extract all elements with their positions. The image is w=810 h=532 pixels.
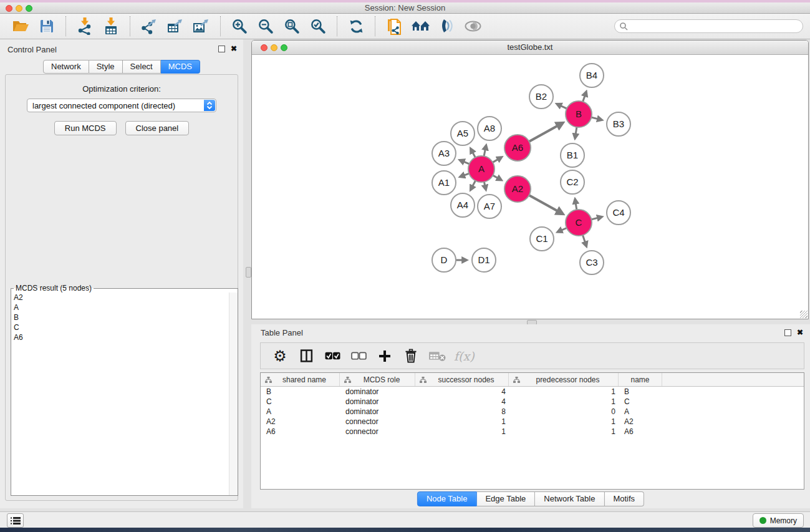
node-C[interactable]: C [566,210,592,236]
edge-B-B1[interactable] [575,127,577,138]
edge-A-A5[interactable] [471,149,475,158]
import-table-button[interactable] [101,16,121,36]
run-mcds-button[interactable]: Run MCDS [54,121,117,135]
edge-B-B3[interactable] [591,117,601,120]
tab-edge-table[interactable]: Edge Table [476,491,535,506]
deselect-all-button[interactable] [349,347,368,365]
mcds-result-scrollbar[interactable] [229,293,238,495]
search-input[interactable] [630,21,803,32]
edge-A-A4[interactable] [471,181,476,190]
node-B1[interactable]: B1 [561,143,584,167]
edge-A-A2[interactable] [493,175,501,180]
edge-B-B4[interactable] [583,92,586,102]
mcds-result-item[interactable]: A2 [14,293,238,302]
node-A5[interactable]: A5 [451,122,475,145]
tab-mcds[interactable]: MCDS [161,60,200,74]
show-column-button[interactable] [297,347,316,365]
close-panel-button[interactable]: Close panel [125,121,190,135]
mcds-result-item[interactable]: A [14,302,238,312]
zoom-fit-button[interactable] [282,16,302,36]
tab-select[interactable]: Select [123,60,161,74]
column-header-MCDS-role[interactable]: MCDS role [340,373,415,386]
column-header-successor-nodes[interactable]: successor nodes [415,373,509,386]
mcds-result-item[interactable]: B [14,312,238,322]
edge-A-A6[interactable] [493,157,501,162]
table-row[interactable]: A2connector11A2 [261,417,804,427]
node-A2[interactable]: A2 [504,176,531,202]
network-window-titlebar[interactable]: testGlobe.txt [252,41,808,55]
network-graph[interactable]: AA1A2A3A4A5A6A7A8BB1B2B3B4CC1C2C3C4DD1 [252,55,808,319]
memory-button[interactable]: Memory [753,513,804,528]
table-row[interactable]: Bdominator41B [261,387,804,397]
edge-A-A8[interactable] [484,146,486,157]
column-header-predecessor-nodes[interactable]: predecessor nodes [509,373,619,386]
hide-details-button[interactable] [436,16,456,36]
delete-column-button[interactable] [402,347,420,365]
create-column-button[interactable] [375,347,394,365]
window-resize-grip[interactable] [800,311,808,318]
task-history-button[interactable] [7,513,24,528]
edge-A-A1[interactable] [460,173,469,177]
column-header-name[interactable]: name [619,373,662,386]
node-B4[interactable]: B4 [580,64,604,87]
refresh-layout-button[interactable] [346,16,366,36]
table-float-panel-icon[interactable] [784,329,791,336]
node-C3[interactable]: C3 [580,251,604,274]
node-B3[interactable]: B3 [607,112,630,136]
node-A7[interactable]: A7 [478,195,501,218]
table-settings-button[interactable]: ⚙ [271,347,289,365]
export-image-button[interactable] [191,16,211,36]
tab-style[interactable]: Style [89,60,123,74]
edge-C-C4[interactable] [591,217,601,220]
open-session-button[interactable] [11,16,31,36]
edge-A2-C[interactable] [529,195,562,213]
node-C4[interactable]: C4 [607,201,630,225]
node-A1[interactable]: A1 [432,171,456,195]
column-header-shared-name[interactable]: shared name [261,373,340,386]
float-panel-icon[interactable] [218,46,225,52]
table-row[interactable]: Cdominator41C [261,397,804,407]
node-A[interactable]: A [468,156,494,182]
tab-network[interactable]: Network [43,60,89,74]
node-D[interactable]: D [432,248,456,272]
import-network-button[interactable] [75,16,95,36]
node-table[interactable]: shared nameMCDS rolesuccessor nodesprede… [260,372,804,490]
criterion-select[interactable]: largest connected component (directed) [27,99,216,112]
panel-divider-grip-vertical[interactable] [246,267,251,278]
network-canvas[interactable]: AA1A2A3A4A5A6A7A8BB1B2B3B4CC1C2C3C4DD1 [252,55,808,319]
table-row[interactable]: A6connector11A6 [261,427,804,437]
edge-C-C2[interactable] [575,200,577,210]
node-C1[interactable]: C1 [530,227,554,251]
close-panel-icon[interactable]: ✖ [231,45,237,52]
node-B2[interactable]: B2 [529,85,553,109]
zoom-selected-button[interactable] [308,16,328,36]
node-A4[interactable]: A4 [451,193,475,217]
select-all-button[interactable] [323,347,342,365]
zoom-in-button[interactable] [229,16,249,36]
tab-network-table[interactable]: Network Table [535,491,604,506]
edge-A-A7[interactable] [484,182,486,190]
node-A3[interactable]: A3 [432,142,456,165]
node-A8[interactable]: A8 [478,117,501,140]
tab-motifs[interactable]: Motifs [604,491,644,506]
node-D1[interactable]: D1 [472,248,496,272]
zoom-out-button[interactable] [256,16,276,36]
home-button[interactable] [410,16,430,36]
node-B[interactable]: B [566,101,592,127]
edge-B-B2[interactable] [557,104,567,109]
mcds-result-item[interactable]: C [14,322,238,332]
edge-A6-B[interactable] [529,123,562,142]
copy-network-button[interactable] [384,16,404,36]
edge-C-C3[interactable] [583,235,587,246]
table-row[interactable]: Adominator80A [261,407,804,417]
node-A6[interactable]: A6 [504,135,531,161]
mcds-result-item[interactable]: A6 [14,332,238,342]
export-network-button[interactable] [139,16,159,36]
edge-C-C1[interactable] [558,228,567,232]
export-table-button[interactable] [165,16,185,36]
save-session-button[interactable] [37,16,57,36]
search-box[interactable] [614,19,803,33]
node-C2[interactable]: C2 [561,170,584,194]
table-close-panel-icon[interactable]: ✖ [797,329,803,336]
tab-node-table[interactable]: Node Table [417,491,477,506]
